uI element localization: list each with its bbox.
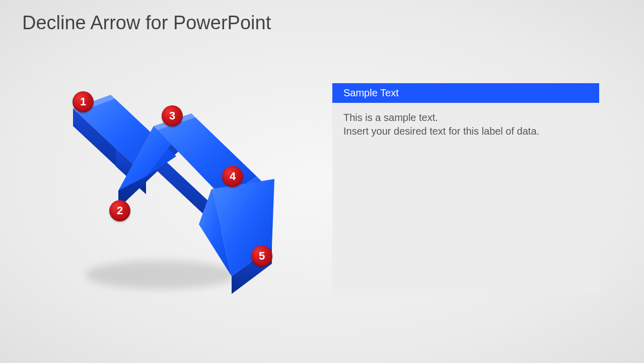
marker-1-label: 1 — [80, 95, 86, 108]
arrow-diagram: 1 2 3 4 5 — [45, 76, 307, 308]
text-panel-header: Sample Text — [332, 83, 599, 103]
marker-5-label: 5 — [259, 250, 265, 263]
marker-5: 5 — [251, 246, 272, 267]
marker-2: 2 — [109, 200, 130, 221]
marker-2-label: 2 — [117, 204, 123, 217]
text-panel-body: This is a sample text.Insert your desire… — [332, 103, 554, 146]
marker-3: 3 — [162, 105, 183, 127]
marker-3-label: 3 — [169, 109, 175, 123]
marker-4-label: 4 — [230, 170, 236, 183]
marker-1: 1 — [73, 91, 94, 112]
page-title: Decline Arrow for PowerPoint — [22, 12, 271, 34]
svg-point-0 — [86, 261, 237, 289]
text-panel: Sample Text This is a sample text.Insert… — [332, 83, 599, 295]
marker-4: 4 — [222, 166, 243, 187]
